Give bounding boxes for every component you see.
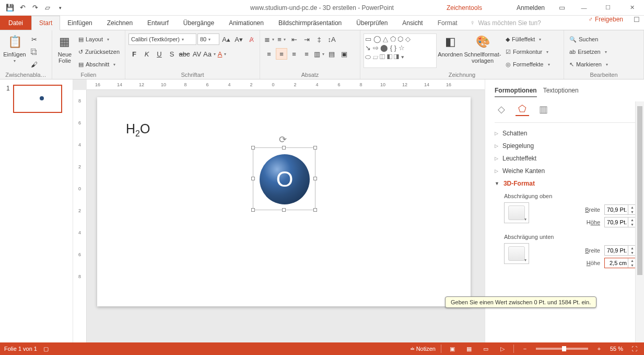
selected-shape[interactable]: ⟳ O bbox=[253, 136, 315, 213]
section-button[interactable]: ▤Abschnitt▾ bbox=[76, 59, 122, 70]
shape-outline-button[interactable]: ☑Formkontur▾ bbox=[504, 46, 552, 58]
bold-icon[interactable]: F bbox=[128, 48, 140, 60]
tab-entwurf[interactable]: Entwurf bbox=[140, 16, 176, 30]
increase-indent-icon[interactable]: ⇥ bbox=[301, 33, 312, 45]
line-spacing-icon[interactable]: ‡ bbox=[313, 33, 325, 45]
bevel-top-picker[interactable]: ▾ bbox=[504, 202, 529, 223]
slideshow-view-icon[interactable]: ▷ bbox=[497, 344, 508, 353]
tab-animationen[interactable]: Animationen bbox=[221, 16, 271, 30]
reset-button[interactable]: ↺Zurücksetzen bbox=[76, 46, 122, 58]
resize-handle[interactable] bbox=[251, 177, 255, 180]
decrease-font-icon[interactable]: A▾ bbox=[233, 33, 244, 45]
resize-handle[interactable] bbox=[313, 208, 317, 212]
undo-icon[interactable]: ↶ bbox=[17, 2, 28, 14]
qat-customize-icon[interactable]: ▾ bbox=[54, 2, 66, 14]
new-slide-button[interactable]: ▦ Neue Folie bbox=[55, 33, 74, 64]
shape-effects-button[interactable]: ◎Formeffekte▾ bbox=[504, 59, 552, 70]
numbering-icon[interactable]: ≡▾ bbox=[276, 33, 287, 45]
notes-button[interactable]: ≐ Notizen bbox=[410, 346, 436, 352]
strikethrough-icon[interactable]: abc bbox=[179, 48, 190, 60]
fill-line-icon[interactable]: ◇ bbox=[495, 102, 508, 116]
resize-handle[interactable] bbox=[251, 146, 255, 150]
collapse-ribbon-icon[interactable]: ☐ bbox=[634, 16, 640, 24]
font-size-combo[interactable]: 80▾ bbox=[197, 33, 219, 45]
bevel-top-height-input[interactable]: ▲▼ bbox=[604, 217, 638, 227]
copy-icon[interactable]: ⿻ bbox=[28, 46, 40, 58]
align-left-icon[interactable]: ≡ bbox=[263, 48, 275, 60]
resize-handle[interactable] bbox=[313, 146, 317, 150]
tab-praesentation[interactable]: Bildschirmpräsentation bbox=[271, 16, 349, 30]
cut-icon[interactable]: ✂ bbox=[28, 33, 40, 45]
sign-in-link[interactable]: Anmelden bbox=[509, 4, 552, 12]
section-soft-edges[interactable]: ▷Weiche Kanten bbox=[495, 165, 644, 177]
quick-styles-button[interactable]: 🎨 Schnellformat- vorlagen bbox=[464, 33, 501, 64]
size-properties-icon[interactable]: ▥ bbox=[536, 102, 550, 116]
slide-thumbnail-1[interactable] bbox=[13, 85, 62, 113]
resize-handle[interactable] bbox=[282, 146, 286, 150]
decrease-indent-icon[interactable]: ⇤ bbox=[288, 33, 300, 45]
redo-icon[interactable]: ↷ bbox=[29, 2, 41, 14]
section-3d-format[interactable]: ▼3D-Format bbox=[495, 177, 644, 190]
tab-format[interactable]: Format bbox=[430, 16, 465, 30]
tell-me-search[interactable]: ♀ Was möchten Sie tun? bbox=[465, 16, 546, 30]
char-spacing-icon[interactable]: AV bbox=[191, 48, 203, 60]
effects-icon[interactable]: ⬠ bbox=[516, 102, 529, 116]
start-from-beginning-icon[interactable]: ▱ bbox=[42, 2, 53, 14]
share-button[interactable]: ♂ Freigeben bbox=[588, 16, 623, 23]
zoom-slider[interactable] bbox=[536, 348, 588, 350]
tab-ansicht[interactable]: Ansicht bbox=[395, 16, 430, 30]
zoom-level[interactable]: 55 % bbox=[610, 346, 623, 352]
arrange-button[interactable]: ◧ Anordnen bbox=[439, 33, 462, 58]
minimize-button[interactable]: — bbox=[572, 0, 596, 16]
fit-to-window-icon[interactable]: ⛶ bbox=[628, 344, 640, 353]
tab-zeichnen[interactable]: Zeichnen bbox=[100, 16, 140, 30]
font-name-combo[interactable]: Calibri (Textkörper)▾ bbox=[128, 33, 196, 45]
section-reflection[interactable]: ▷Spiegelung bbox=[495, 140, 644, 152]
pane-tab-text-options[interactable]: Textoptionen bbox=[543, 87, 579, 97]
save-icon[interactable]: 💾 bbox=[4, 2, 16, 14]
align-right-icon[interactable]: ≡ bbox=[288, 48, 300, 60]
sphere-shape[interactable]: O bbox=[260, 154, 310, 204]
reading-view-icon[interactable]: ▭ bbox=[480, 344, 491, 353]
pane-tab-shape-options[interactable]: Formoptionen bbox=[495, 87, 537, 97]
tab-ueberpruefen[interactable]: Überprüfen bbox=[349, 16, 395, 30]
align-text-icon[interactable]: ▤ bbox=[326, 48, 337, 60]
slide-canvas[interactable]: H2O ⟳ O bbox=[97, 97, 471, 306]
paste-button[interactable]: 📋 Einfügen ▾ bbox=[3, 33, 26, 63]
shadow-text-icon[interactable]: S bbox=[166, 48, 178, 60]
resize-handle[interactable] bbox=[251, 208, 255, 212]
shape-fill-button[interactable]: ◆Fülleffekt▾ bbox=[504, 33, 552, 45]
bevel-bottom-width-input[interactable]: ▲▼ bbox=[604, 245, 638, 256]
align-center-icon[interactable]: ≡ bbox=[276, 48, 287, 60]
justify-icon[interactable]: ≡ bbox=[301, 48, 312, 60]
change-case-icon[interactable]: Aa▾ bbox=[204, 48, 215, 60]
section-shadow[interactable]: ▷Schatten bbox=[495, 127, 644, 140]
rotation-handle-icon[interactable]: ⟳ bbox=[279, 134, 289, 144]
resize-handle[interactable] bbox=[313, 177, 317, 180]
bevel-top-width-input[interactable]: ▲▼ bbox=[604, 204, 638, 215]
bullets-icon[interactable]: ≣▾ bbox=[263, 33, 275, 45]
section-glow[interactable]: ▷Leuchteffekt bbox=[495, 152, 644, 165]
zoom-out-icon[interactable]: − bbox=[519, 344, 531, 353]
text-direction-icon[interactable]: ↕A bbox=[326, 33, 337, 45]
tab-einfuegen[interactable]: Einfügen bbox=[60, 16, 99, 30]
pane-scrollbar[interactable] bbox=[635, 101, 644, 342]
sorter-view-icon[interactable]: ▦ bbox=[463, 344, 475, 353]
layout-button[interactable]: ▤Layout▾ bbox=[76, 33, 122, 45]
tab-file[interactable]: Datei bbox=[0, 16, 31, 30]
bevel-bottom-height-input[interactable]: ▲▼ bbox=[604, 258, 638, 268]
clear-formatting-icon[interactable]: A̷ bbox=[245, 33, 257, 45]
resize-handle[interactable] bbox=[282, 208, 286, 212]
find-button[interactable]: 🔍Suchen bbox=[567, 33, 610, 45]
format-painter-icon[interactable]: 🖌 bbox=[28, 59, 40, 70]
select-button[interactable]: ↖Markieren▾ bbox=[567, 59, 610, 70]
increase-font-icon[interactable]: A▴ bbox=[220, 33, 232, 45]
normal-view-icon[interactable]: ▣ bbox=[447, 344, 458, 353]
zoom-in-icon[interactable]: + bbox=[593, 344, 605, 353]
close-button[interactable]: ✕ bbox=[620, 0, 644, 16]
font-color-icon[interactable]: A▾ bbox=[216, 48, 228, 60]
bevel-bottom-picker[interactable]: ▾ bbox=[504, 243, 529, 264]
columns-icon[interactable]: ▥▾ bbox=[313, 48, 325, 60]
replace-button[interactable]: abErsetzen▾ bbox=[567, 46, 610, 58]
maximize-button[interactable]: ☐ bbox=[596, 0, 620, 16]
